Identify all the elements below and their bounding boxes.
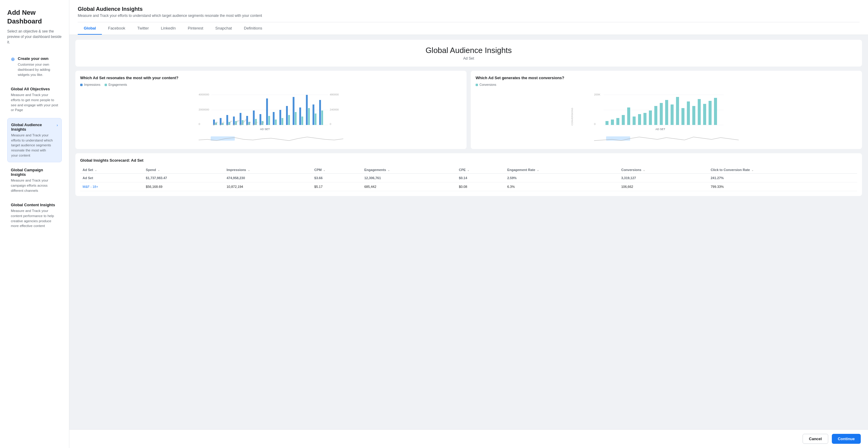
totals-cpe: $0.14	[457, 174, 505, 182]
svg-rect-26	[268, 116, 270, 125]
svg-rect-42	[321, 110, 323, 125]
tab-global[interactable]: Global	[78, 22, 102, 35]
tab-definitions[interactable]: Definitions	[238, 22, 268, 35]
panel-title: Add New Dashboard	[7, 8, 62, 26]
row-spend: $56,168.69	[144, 182, 224, 191]
sidebar-item-create-own[interactable]: ⊕ Create your own Customise your own das…	[7, 52, 62, 81]
row-cpe: $0.08	[457, 182, 505, 191]
row-cpm: $5.17	[312, 182, 362, 191]
sidebar-item-global-content-insights[interactable]: Global Content Insights Measure and Trac…	[7, 198, 62, 233]
chart1-mini-svg	[80, 134, 462, 143]
cancel-button[interactable]: Cancel	[803, 434, 828, 444]
impressions-dot	[80, 84, 83, 86]
chevron-icon: ›	[57, 123, 58, 127]
svg-rect-39	[313, 104, 314, 125]
svg-text:AD SET: AD SET	[260, 128, 270, 131]
svg-rect-61	[616, 118, 619, 125]
svg-text:CONVERSIONS: CONVERSIONS	[571, 108, 574, 126]
menu-item-desc-global-all-objectives: Measure and Track your efforts to get mo…	[11, 93, 58, 113]
menu-item-text-global-all-objectives: Global All Objectives Measure and Track …	[11, 87, 58, 113]
menu-item-title-global-content-insights: Global Content Insights	[11, 203, 58, 207]
create-own-icon: ⊕	[11, 56, 15, 62]
svg-rect-74	[687, 101, 690, 125]
chart-card-2: Which Ad Set generates the most conversi…	[471, 71, 862, 149]
continue-button[interactable]: Continue	[832, 434, 861, 444]
svg-rect-34	[295, 112, 297, 125]
menu-item-title-create-own: Create your own	[18, 56, 58, 61]
menu-items-container: ⊕ Create your own Customise your own das…	[7, 52, 62, 234]
tab-snapchat[interactable]: Snapchat	[209, 22, 238, 35]
svg-rect-62	[622, 115, 625, 125]
svg-rect-64	[632, 116, 636, 125]
col-spend: Spend ⌄	[144, 166, 224, 174]
engagements-label: Engagements	[108, 83, 127, 87]
col-cpe: CPE ⌄	[457, 166, 505, 174]
dashboard-preview: Global Audience Insights Ad Set	[75, 40, 862, 67]
svg-text:AD SET: AD SET	[655, 128, 665, 131]
svg-rect-32	[288, 115, 290, 125]
svg-rect-70	[665, 100, 668, 125]
row-conversions: 106,662	[619, 182, 708, 191]
svg-rect-68	[654, 106, 657, 125]
svg-rect-81	[606, 136, 630, 141]
totals-cpm: $3.66	[312, 174, 362, 182]
chart1-legend-engagements: Engagements	[104, 83, 127, 87]
svg-rect-65	[638, 114, 641, 125]
totals-engagement-rate: 2.59%	[505, 174, 619, 182]
left-panel: Add New Dashboard Select an objective & …	[0, 0, 69, 448]
row-engagements: 685,442	[362, 182, 457, 191]
table-title: Global Insights Scorecard: Ad Set	[80, 158, 857, 163]
svg-rect-60	[611, 119, 614, 125]
panel-subtitle: Select an objective & see the preview of…	[7, 29, 62, 45]
chart1-legend: Impressions Engagements	[80, 83, 462, 87]
svg-text:2000000: 2000000	[198, 108, 209, 111]
tabs-container: GlobalFacebookTwitterLinkedInPinterestSn…	[78, 22, 860, 35]
svg-text:0: 0	[594, 123, 595, 126]
row-impressions: 10,872,194	[224, 182, 312, 191]
totals-spend: $1,737,983.47	[144, 174, 224, 182]
menu-item-title-global-audience-insights: Global Audience Insights	[11, 123, 54, 132]
chart2-legend: Conversions	[475, 83, 857, 87]
chart2-svg: 200K 0 CONVERSIONS	[475, 90, 857, 132]
sidebar-item-global-campaign-insights[interactable]: Global Campaign Insights Measure and Tra…	[7, 164, 62, 197]
right-header-title: Global Audience Insights	[78, 6, 860, 12]
menu-item-desc-global-campaign-insights: Measure and Track your campaign efforts …	[11, 178, 58, 193]
svg-text:0: 0	[330, 123, 331, 126]
totals-ctr: 241.27%	[708, 174, 857, 182]
col-adset: Ad Set ⌄	[80, 166, 144, 174]
tab-facebook[interactable]: Facebook	[102, 22, 131, 35]
row-adset[interactable]: M&F - 18+	[80, 182, 144, 191]
menu-item-text-global-campaign-insights: Global Campaign Insights Measure and Tra…	[11, 168, 58, 193]
col-conversions: Conversions ⌄	[619, 166, 708, 174]
svg-rect-52	[211, 136, 235, 141]
svg-rect-78	[709, 101, 712, 125]
totals-row: Ad Set $1,737,983.47 474,958,230 $3.66 1…	[80, 174, 857, 182]
sidebar-item-global-all-objectives[interactable]: Global All Objectives Measure and Track …	[7, 82, 62, 117]
conversions-label: Conversions	[479, 83, 496, 87]
svg-rect-63	[627, 107, 630, 125]
main-content: Global Audience Insights Ad Set Which Ad…	[69, 35, 868, 429]
dashboard-preview-title: Global Audience Insights	[82, 46, 856, 55]
charts-row: Which Ad Set resonates the most with you…	[75, 71, 862, 149]
svg-rect-59	[606, 121, 609, 125]
svg-text:200K: 200K	[594, 93, 600, 96]
chart1-legend-impressions: Impressions	[80, 83, 100, 87]
footer: Cancel Continue	[69, 429, 868, 448]
tab-pinterest[interactable]: Pinterest	[182, 22, 209, 35]
col-ctr: Click to Conversion Rate ⌄	[708, 166, 857, 174]
svg-rect-76	[698, 99, 701, 125]
svg-rect-79	[714, 98, 717, 125]
menu-item-text-global-audience-insights: Global Audience Insights Measure and Tra…	[11, 123, 54, 158]
svg-rect-72	[676, 97, 679, 125]
tab-twitter[interactable]: Twitter	[131, 22, 155, 35]
svg-rect-75	[692, 106, 695, 125]
table-card: Global Insights Scorecard: Ad Set Ad Set…	[75, 153, 862, 196]
svg-rect-28	[275, 119, 277, 125]
tab-linkedin[interactable]: LinkedIn	[155, 22, 182, 35]
row-ctr: 799.33%	[708, 182, 857, 191]
svg-rect-40	[315, 113, 316, 125]
svg-rect-27	[273, 112, 275, 125]
row-engagement-rate: 6.3%	[505, 182, 619, 191]
sidebar-item-global-audience-insights[interactable]: Global Audience Insights Measure and Tra…	[7, 118, 62, 162]
right-header-desc: Measure and Track your efforts to unders…	[78, 13, 860, 18]
